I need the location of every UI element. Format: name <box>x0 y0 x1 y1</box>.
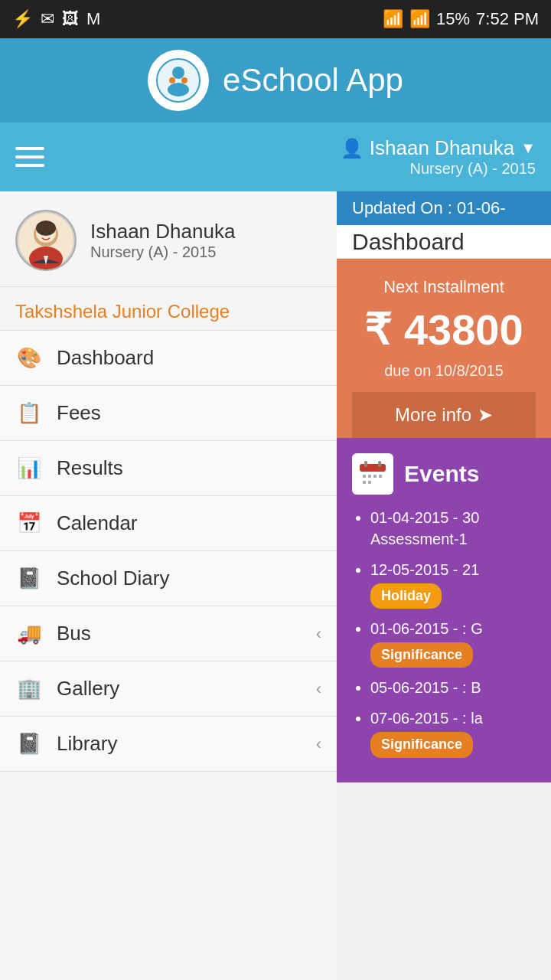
svg-rect-21 <box>363 481 366 484</box>
wifi-icon: 📶 <box>383 9 403 29</box>
more-info-button[interactable]: More info ➤ <box>352 392 536 438</box>
events-card: Events 01-04-2015 - 30 Assessment-1 12-0… <box>337 438 551 782</box>
event-item-5: 07-06-2015 - : la Significance <box>370 707 536 757</box>
bus-chevron: ‹ <box>316 624 321 644</box>
profile-text: Ishaan Dhanuka Nursery (A) - 2015 <box>90 220 235 261</box>
toolbar-username: Ishaan Dhanuka <box>370 136 514 160</box>
app-header: eSchool App <box>0 38 551 122</box>
events-list: 01-04-2015 - 30 Assessment-1 12-05-2015 … <box>352 507 536 758</box>
nav-label-library: Library <box>57 732 117 756</box>
svg-point-11 <box>48 232 51 235</box>
sidebar-item-fees[interactable]: 📋 Fees <box>0 386 337 441</box>
dashboard-header: Dashboard <box>337 225 551 259</box>
time-display: 7:52 PM <box>476 9 539 29</box>
nav-label-fees: Fees <box>57 401 101 425</box>
dashboard-icon: 🎨 <box>15 345 43 372</box>
image-icon: 🖼 <box>62 9 79 29</box>
nav-label-results: Results <box>57 456 123 480</box>
events-calendar-icon <box>352 453 393 495</box>
user-info[interactable]: 👤 Ishaan Dhanuka ▼ Nursery (A) - 2015 <box>341 136 536 178</box>
profile-name: Ishaan Dhanuka <box>90 220 235 243</box>
nav-label-dashboard: Dashboard <box>57 346 154 370</box>
event-date-4: 05-06-2015 - : B <box>370 679 481 696</box>
signal-icon: 📶 <box>409 9 430 29</box>
svg-point-1 <box>172 67 184 79</box>
sidebar-item-results[interactable]: 📊 Results <box>0 441 337 496</box>
event-date-3: 01-06-2015 - : G <box>370 620 483 637</box>
user-icon: 👤 <box>341 138 364 159</box>
fees-icon: 📋 <box>15 400 43 427</box>
svg-rect-22 <box>368 481 371 484</box>
profile-class: Nursery (A) - 2015 <box>90 243 235 261</box>
email-icon: ✉ <box>41 9 54 29</box>
event-date-1: 01-04-2015 - 30 <box>370 509 479 526</box>
status-right-icons: 📶 📶 15% 7:52 PM <box>383 9 539 29</box>
event-item-2: 12-05-2015 - 21 Holiday <box>370 559 536 609</box>
fee-due-date: due on 10/8/2015 <box>352 362 536 380</box>
events-header: Events <box>352 453 536 495</box>
svg-rect-15 <box>364 461 367 467</box>
sidebar-item-bus[interactable]: 🚚 Bus ‹ <box>0 606 337 662</box>
dropdown-icon: ▼ <box>520 139 536 157</box>
event-item-1: 01-04-2015 - 30 Assessment-1 <box>370 507 536 550</box>
svg-rect-17 <box>363 475 366 478</box>
sidebar-item-gallery[interactable]: 🏢 Gallery ‹ <box>0 662 337 717</box>
fee-amount: ₹ 43800 <box>352 305 536 354</box>
app-logo <box>148 50 209 111</box>
results-icon: 📊 <box>15 455 43 482</box>
event-item-3: 01-06-2015 - : G Significance <box>370 618 536 668</box>
usb-icon: ⚡ <box>12 9 33 29</box>
sidebar-item-school-diary[interactable]: 📓 School Diary <box>0 551 337 606</box>
nav-label-bus: Bus <box>57 622 91 645</box>
avatar <box>15 210 77 271</box>
svg-rect-19 <box>373 475 377 478</box>
arrow-right-icon: ➤ <box>478 404 493 426</box>
svg-point-9 <box>36 220 56 236</box>
battery-text: 15% <box>436 9 470 29</box>
toolbar-userclass: Nursery (A) - 2015 <box>410 160 536 178</box>
event-item-4: 05-06-2015 - : B <box>370 677 536 698</box>
fee-label: Next Installment <box>352 277 536 297</box>
right-panel: Updated On : 01-06- Dashboard Next Insta… <box>337 191 551 980</box>
gmail-icon: M <box>86 9 100 29</box>
sidebar: Ishaan Dhanuka Nursery (A) - 2015 Takshs… <box>0 191 337 980</box>
school-name: Takshshela Junior College <box>0 287 337 331</box>
holiday-badge: Holiday <box>370 583 442 609</box>
calendar-icon: 📅 <box>15 510 43 537</box>
profile-section: Ishaan Dhanuka Nursery (A) - 2015 <box>0 191 337 287</box>
events-title: Events <box>404 461 479 487</box>
update-banner: Updated On : 01-06- <box>337 191 551 225</box>
event-date-5: 07-06-2015 - : la <box>370 710 483 727</box>
svg-rect-20 <box>379 475 382 478</box>
fee-card: Next Installment ₹ 43800 due on 10/8/201… <box>337 259 551 438</box>
nav-label-school-diary: School Diary <box>57 567 169 590</box>
dashboard-title: Dashboard <box>352 229 465 255</box>
nav-label-gallery: Gallery <box>57 677 119 701</box>
more-info-label: More info <box>395 404 471 426</box>
sidebar-item-calendar[interactable]: 📅 Calendar <box>0 496 337 551</box>
gallery-icon: 🏢 <box>15 675 43 703</box>
app-title: eSchool App <box>223 62 403 99</box>
sidebar-item-library[interactable]: 📓 Library ‹ <box>0 717 337 772</box>
library-chevron: ‹ <box>316 734 321 754</box>
hamburger-menu[interactable] <box>15 147 44 167</box>
nav-menu: 🎨 Dashboard 📋 Fees 📊 Results 📅 <box>0 331 337 772</box>
status-bar: ⚡ ✉ 🖼 M 📶 📶 15% 7:52 PM <box>0 0 551 38</box>
bus-icon: 🚚 <box>15 620 43 648</box>
significance-badge-2: Significance <box>370 732 473 757</box>
nav-label-calendar: Calendar <box>57 511 138 535</box>
status-left-icons: ⚡ ✉ 🖼 M <box>12 9 100 29</box>
gallery-chevron: ‹ <box>316 679 321 699</box>
event-desc-1: Assessment-1 <box>370 531 468 547</box>
main-layout: Ishaan Dhanuka Nursery (A) - 2015 Takshs… <box>0 191 551 980</box>
significance-badge-1: Significance <box>370 642 473 668</box>
toolbar: 👤 Ishaan Dhanuka ▼ Nursery (A) - 2015 <box>0 122 551 191</box>
school-diary-icon: 📓 <box>15 565 43 593</box>
svg-point-3 <box>169 77 175 83</box>
event-date-2: 12-05-2015 - 21 <box>370 561 479 578</box>
svg-rect-18 <box>368 475 371 478</box>
svg-point-2 <box>168 83 189 96</box>
svg-rect-14 <box>360 464 386 472</box>
svg-point-4 <box>181 77 187 83</box>
sidebar-item-dashboard[interactable]: 🎨 Dashboard <box>0 331 337 386</box>
